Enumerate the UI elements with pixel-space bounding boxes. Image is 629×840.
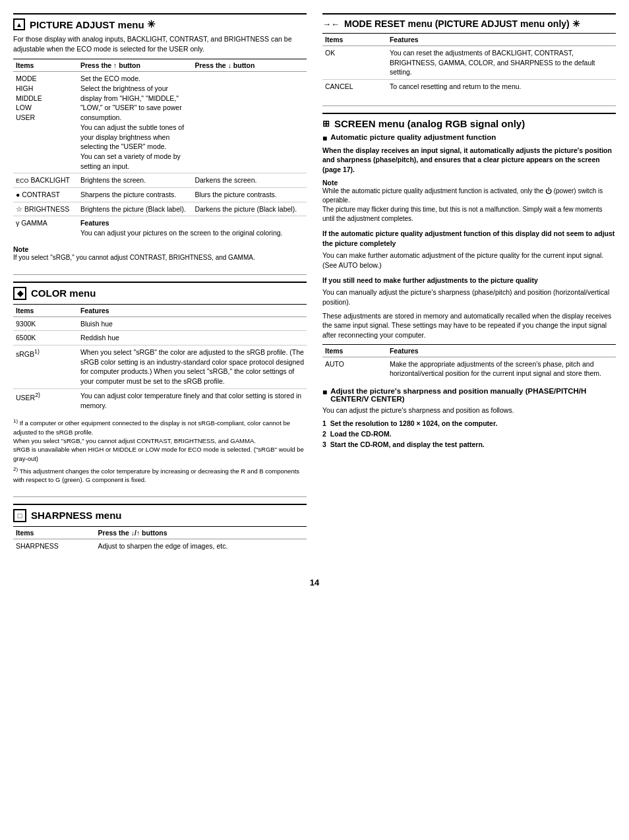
color-menu-title: ◆ COLOR menu — [13, 282, 307, 300]
color-table: Items Features 9300K Bluish hue 6500K Re… — [13, 304, 307, 413]
further-adjust-heading: If you still need to make further adjust… — [322, 276, 616, 285]
col-items: Items — [13, 59, 78, 72]
table-row: ☆ BRIGHTNESS Brightens the picture (Blac… — [13, 202, 307, 216]
manual-adjust-subtitle: Adjust the picture's sharpness and posit… — [322, 387, 616, 403]
picture-icon: ▲ — [13, 18, 25, 30]
sharpness-menu-title: □ SHARPNESS menu — [13, 504, 307, 522]
if-not-adjusted-heading: If the automatic picture quality adjustm… — [322, 229, 616, 248]
screen-menu-title: ⊞ SCREEN menu (analog RGB signal only) — [322, 113, 616, 129]
col-features: Features — [387, 34, 616, 46]
table-row: 6500K Reddish hue — [13, 331, 307, 345]
mode-reset-section: →← MODE RESET menu (PICTURE ADJUST menu … — [322, 13, 616, 94]
col-features: Features — [78, 304, 307, 316]
picture-adjust-title: ▲ PICTURE ADJUST menu✳ — [13, 13, 307, 30]
auto-adjust-subtitle: Automatic picture quality adjustment fun… — [322, 133, 616, 143]
col-items: Items — [13, 304, 78, 316]
picture-adjust-table: Items Press the ↑ button Press the ↓ but… — [13, 59, 307, 239]
col-press-up: Press the ↑ button — [78, 59, 193, 72]
table-row: AUTO Make the appropriate adjustments of… — [322, 357, 616, 380]
col-press-down: Press the ↓ button — [192, 59, 307, 72]
col-features: Features — [387, 344, 616, 357]
if-not-adjusted-text: You can make further automatic adjustmen… — [322, 251, 616, 270]
color-icon: ◆ — [13, 287, 26, 300]
table-row: ● CONTRAST Sharpens the picture contrast… — [13, 187, 307, 202]
manual-adjust-text: You can adjust the picture's sharpness a… — [322, 405, 616, 415]
color-footnotes: 1) If a computer or other equipment conn… — [13, 417, 307, 484]
mode-reset-title: →← MODE RESET menu (PICTURE ADJUST menu … — [322, 13, 616, 29]
sharpness-icon: □ — [13, 509, 26, 522]
table-row: CANCEL To cancel resetting and return to… — [322, 80, 616, 94]
table-row: OK You can reset the adjustments of BACK… — [322, 46, 616, 80]
table-row: USER2) You can adjust color temperature … — [13, 388, 307, 412]
further-adjust-text2: These adjustments are stored in memory a… — [322, 311, 616, 340]
right-column: →← MODE RESET menu (PICTURE ADJUST menu … — [322, 13, 616, 564]
sharpness-menu-section: □ SHARPNESS menu Items Press the ↓/↑ but… — [13, 504, 307, 553]
screen-auto-table: Items Features AUTO Make the appropriate… — [322, 344, 616, 380]
col-press-buttons: Press the ↓/↑ buttons — [96, 526, 307, 539]
screen-icon: ⊞ — [322, 119, 330, 129]
col-items: Items — [322, 34, 387, 46]
table-row: sRGB1) When you select "sRGB" the color … — [13, 345, 307, 389]
color-menu-section: ◆ COLOR menu Items Features 9300K Bluish… — [13, 282, 307, 485]
screen-auto-note: Note While the automatic picture quality… — [322, 179, 616, 224]
mode-reset-icon: →← — [322, 19, 340, 29]
col-items: Items — [13, 526, 96, 539]
col-items: Items — [322, 344, 387, 357]
picture-adjust-section: ▲ PICTURE ADJUST menu✳ For those display… — [13, 13, 307, 262]
page-number: 14 — [13, 578, 616, 587]
picture-adjust-intro: For those display with analog inputs, BA… — [13, 34, 307, 53]
step-2: 2 Load the CD-ROM. — [322, 430, 616, 438]
sharpness-table: Items Press the ↓/↑ buttons SHARPNESS Ad… — [13, 526, 307, 553]
step-1: 1 Set the resolution to 1280 × 1024, on … — [322, 419, 616, 427]
table-row: ECO BACKLIGHT Brightens the screen. Dark… — [13, 173, 307, 188]
table-row: 9300K Bluish hue — [13, 316, 307, 331]
table-row: γ GAMMA FeaturesYou can adjust your pict… — [13, 216, 307, 240]
further-adjust-text1: You can manually adjust the picture's sh… — [322, 287, 616, 307]
left-column: ▲ PICTURE ADJUST menu✳ For those display… — [13, 13, 307, 564]
table-row: MODE HIGH MIDDLE LOW USER Set the ECO mo… — [13, 72, 307, 173]
mode-reset-table: Items Features OK You can reset the adju… — [322, 33, 616, 94]
table-row: SHARPNESS Adjust to sharpen the edge of … — [13, 539, 307, 553]
screen-menu-section: ⊞ SCREEN menu (analog RGB signal only) A… — [322, 113, 616, 448]
picture-adjust-note: Note If you select "sRGB," you cannot ad… — [13, 245, 307, 262]
step-3: 3 Start the CD-ROM, and display the test… — [322, 440, 616, 448]
auto-adjust-bold: When the display receives an input signa… — [322, 146, 616, 175]
